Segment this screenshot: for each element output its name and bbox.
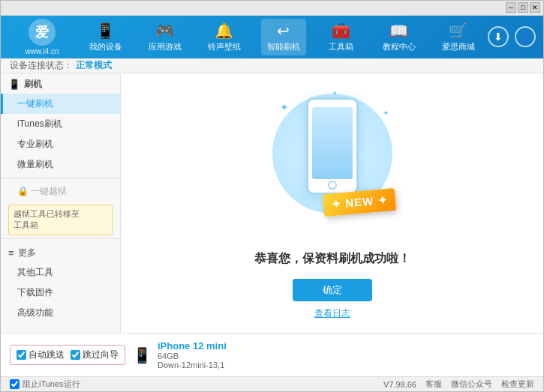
version-label: V7.98.66 <box>383 380 416 389</box>
nav-tutorial[interactable]: 📖 教程中心 <box>377 19 422 55</box>
status-label: 设备连接状态： <box>10 59 73 72</box>
device-icon: 📱 <box>133 346 152 364</box>
tutorial-label: 教程中心 <box>383 41 416 52</box>
app-game-label: 应用游戏 <box>149 41 182 52</box>
hero-container: ✦ ✦ ✦ ✦ NEW ✦ <box>265 86 400 236</box>
tutorial-icon: 📖 <box>389 22 408 40</box>
sidebar-divider-1 <box>1 178 120 178</box>
title-bar: ─ □ ✕ <box>1 1 543 16</box>
ringtone-label: 铃声壁纸 <box>208 41 241 52</box>
user-button[interactable]: 👤 <box>515 26 536 47</box>
nav-toolbox[interactable]: 🧰 工具箱 <box>320 19 362 55</box>
block-itunes-checkbox[interactable] <box>10 379 20 389</box>
nav-app-game[interactable]: 🎮 应用游戏 <box>143 19 188 55</box>
sparkle-top-left: ✦ <box>280 101 289 113</box>
footer-right: V7.98.66 客服 微信公众号 检查更新 <box>383 379 534 390</box>
block-itunes-label: 阻止iTunes运行 <box>23 379 80 390</box>
sidebar-more-header: ≡ 更多 <box>1 242 120 262</box>
sparkle-top-right: ✦ <box>383 109 389 117</box>
title-bar-buttons: ─ □ ✕ <box>506 2 540 13</box>
device-checkbox-area: 自动跳送 跳过向导 <box>10 345 125 365</box>
shop-icon: 🛒 <box>449 22 467 40</box>
app-window: ─ □ ✕ 爱 www.i4.cn 📱 我的设备 🎮 应用游戏 🔔 铃声壁纸 <box>0 0 544 392</box>
flash-section-label: 刷机 <box>24 78 42 91</box>
toolbox-label: 工具箱 <box>329 41 353 52</box>
smart-flash-icon: ↩ <box>277 22 290 40</box>
skip-wizard-label: 跳过向导 <box>83 349 119 361</box>
my-device-icon: 📱 <box>96 22 115 40</box>
sidebar-item-itunes-flash[interactable]: iTunes刷机 <box>1 114 120 134</box>
content-area: ✦ ✦ ✦ ✦ NEW ✦ 恭喜您，保资料刷机成功啦！ 确定 查看日志 <box>121 73 543 333</box>
ringtone-icon: 🔔 <box>215 22 233 40</box>
sidebar-item-jailbreak: 🔒 一键越狱 <box>1 181 120 202</box>
skip-wizard-checkbox[interactable]: 跳过向导 <box>71 349 119 361</box>
confirm-button[interactable]: 确定 <box>293 279 372 301</box>
nav-ringtone[interactable]: 🔔 铃声壁纸 <box>202 19 247 55</box>
status-value: 正常模式 <box>76 59 112 72</box>
nav-shop[interactable]: 🛒 爱思商城 <box>436 19 481 55</box>
restore-button[interactable]: □ <box>518 2 528 13</box>
sidebar-item-download-firmware[interactable]: 下载固件 <box>1 283 120 303</box>
device-storage: 64GB <box>158 352 227 361</box>
footer-left: 阻止iTunes运行 <box>10 379 80 390</box>
secondary-link[interactable]: 查看日志 <box>314 307 350 320</box>
auto-push-label: 自动跳送 <box>29 349 65 361</box>
bottom-bar: 自动跳送 跳过向导 📱 iPhone 12 mini 64GB Down-12m… <box>1 333 543 376</box>
nav-items: 📱 我的设备 🎮 应用游戏 🔔 铃声壁纸 ↩ 智能刷机 🧰 工具箱 📖 教 <box>76 19 488 55</box>
logo-text: www.i4.cn <box>25 47 59 55</box>
success-message: 恭喜您，保资料刷机成功啦！ <box>254 251 410 267</box>
lock-icon: 🔒 <box>17 186 31 196</box>
sidebar-item-other-tools[interactable]: 其他工具 <box>1 262 120 283</box>
app-game-icon: 🎮 <box>155 22 174 40</box>
main-layout: 📱 刷机 一键刷机 iTunes刷机 专业刷机 微量刷机 🔒 一键越狱 越狱工具… <box>1 73 543 333</box>
nav-smart-flash[interactable]: ↩ 智能刷机 <box>261 19 306 55</box>
my-device-label: 我的设备 <box>89 41 122 52</box>
check-update-link[interactable]: 检查更新 <box>501 379 534 390</box>
download-button[interactable]: ⬇ <box>488 26 509 47</box>
nav-right: ⬇ 👤 <box>488 26 536 47</box>
customer-service-link[interactable]: 客服 <box>425 379 442 390</box>
logo-area: 爱 www.i4.cn <box>8 19 76 55</box>
phone-home-button <box>328 181 337 190</box>
smart-flash-label: 智能刷机 <box>267 41 300 52</box>
jailbreak-label: 一键越狱 <box>31 186 67 196</box>
more-section-icon: ≡ <box>8 247 14 259</box>
sidebar-item-one-click-flash[interactable]: 一键刷机 <box>1 94 120 114</box>
toolbox-icon: 🧰 <box>332 22 350 40</box>
phone-screen <box>312 107 353 179</box>
close-button[interactable]: ✕ <box>530 2 540 13</box>
auto-push-checkbox[interactable]: 自动跳送 <box>17 349 65 361</box>
header: 爱 www.i4.cn 📱 我的设备 🎮 应用游戏 🔔 铃声壁纸 ↩ 智能刷机 … <box>1 16 543 58</box>
illustration-wrapper: ✦ ✦ ✦ ✦ NEW ✦ <box>265 86 400 236</box>
sidebar-flash-header: 📱 刷机 <box>1 73 120 94</box>
sidebar-item-pro-flash[interactable]: 专业刷机 <box>1 134 120 154</box>
sidebar: 📱 刷机 一键刷机 iTunes刷机 专业刷机 微量刷机 🔒 一键越狱 越狱工具… <box>1 73 121 333</box>
footer: 阻止iTunes运行 V7.98.66 客服 微信公众号 检查更新 <box>1 376 543 391</box>
nav-my-device[interactable]: 📱 我的设备 <box>83 19 128 55</box>
device-system: Down-12mini-13,1 <box>158 361 227 370</box>
logo-icon: 爱 <box>29 19 56 46</box>
phone-body <box>306 97 359 195</box>
skip-wizard-input[interactable] <box>71 350 80 360</box>
sidebar-notice: 越狱工具已转移至 工具箱 <box>8 205 113 235</box>
sidebar-item-advanced-features[interactable]: 高级功能 <box>1 303 120 323</box>
sidebar-item-micro-flash[interactable]: 微量刷机 <box>1 154 120 175</box>
flash-section-icon: 📱 <box>8 79 20 90</box>
sidebar-divider-2 <box>1 238 120 239</box>
sparkle-top-center: ✦ <box>332 90 338 97</box>
auto-push-input[interactable] <box>17 350 26 360</box>
device-name: iPhone 12 mini <box>158 340 227 352</box>
more-section-label: 更多 <box>18 247 36 259</box>
device-info: iPhone 12 mini 64GB Down-12mini-13,1 <box>158 340 227 370</box>
minimize-button[interactable]: ─ <box>506 2 516 13</box>
wechat-link[interactable]: 微信公众号 <box>451 379 492 390</box>
status-bar: 设备连接状态： 正常模式 <box>1 58 543 73</box>
shop-label: 爱思商城 <box>442 41 475 52</box>
